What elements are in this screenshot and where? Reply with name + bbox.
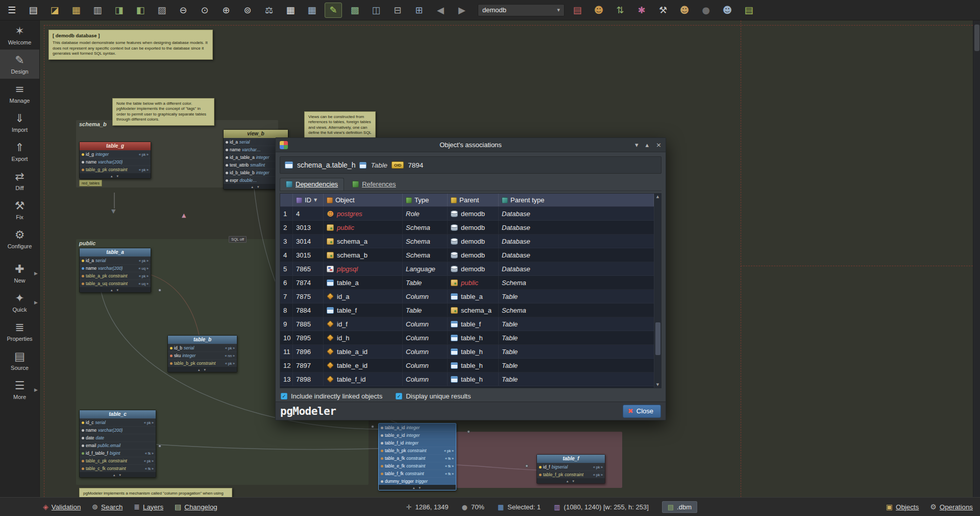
save-model-button[interactable]: ▥ <box>89 3 106 18</box>
model-validation-button[interactable]: ⚖ <box>260 3 278 18</box>
metadata-diff-button[interactable]: ⇅ <box>611 3 629 18</box>
sidebar-item-source[interactable]: ▤ Source ▶ <box>0 346 39 375</box>
changelog-button[interactable]: ▤ Changelog <box>175 503 217 511</box>
note-text: Note the table below with a different co… <box>116 101 206 122</box>
canvas-table[interactable]: table_h table_a_id integer <box>378 423 456 490</box>
canvas-table[interactable]: table_f id_f bigserial « pk » <box>536 454 605 484</box>
sql-file-button[interactable]: ▤ <box>569 3 586 18</box>
grid-column-header[interactable]: Type ▼ <box>403 194 448 206</box>
db-roles-button[interactable]: ☻ <box>590 3 607 18</box>
statusbar-button-label: Changelog <box>184 503 217 511</box>
objects-view-button[interactable]: ▦ <box>282 3 299 18</box>
note-tags[interactable]: Note the table below with a different co… <box>112 98 214 126</box>
grid-column-header[interactable]: ID ▼ <box>293 194 324 206</box>
sidebar-item-export[interactable]: ⇑ Export ▶ <box>0 137 39 166</box>
sidebar-item-fix[interactable]: ⚒ Fix ▶ <box>0 195 39 224</box>
canvas-table-header: table_g <box>80 142 151 150</box>
scrollbar-thumb[interactable] <box>974 25 979 51</box>
column-marker-icon <box>82 467 84 470</box>
tab-references[interactable]: References <box>346 178 402 191</box>
sidebar-item-diff[interactable]: ⇄ Diff ▶ <box>0 166 39 195</box>
sidebar-item-configure[interactable]: ⚙ Configure ▶ <box>0 224 39 253</box>
checkbox[interactable]: ✓ <box>281 393 287 400</box>
nav-forward-button[interactable]: ▶ <box>453 3 471 18</box>
column-header-label: Parent <box>459 196 479 204</box>
sidebar-item-design[interactable]: ✎ Design ▶ <box>0 50 39 79</box>
tab-dependencies[interactable]: Dependencies <box>280 178 344 191</box>
zoom-in-button[interactable]: ⊕ <box>217 3 235 18</box>
canvas-table[interactable]: table_c id_c serial « pk » <box>79 410 156 478</box>
canvas-table-row: name varchar(200) <box>80 158 151 166</box>
export-model-button[interactable]: ◨ <box>110 3 128 18</box>
objects-button[interactable]: ▣ Objects <box>886 503 919 511</box>
break-lines-button[interactable]: ⊟ <box>389 3 406 18</box>
unshade-icon[interactable]: ▴ <box>646 142 649 148</box>
operations-button[interactable]: ⚙ Operations <box>930 503 973 511</box>
relationships-view-button[interactable]: ▦ <box>303 3 321 18</box>
print-model-button[interactable]: ▨ <box>153 3 170 18</box>
new-model-button[interactable]: ▤ <box>24 3 42 18</box>
bug-report-button[interactable]: ● <box>697 3 715 18</box>
import-model-button[interactable]: ◧ <box>132 3 149 18</box>
close-icon[interactable]: × <box>656 142 662 148</box>
grid-vertical-scrollbar[interactable]: ▲ ▼ <box>654 194 661 388</box>
canvas-table-row: table_b_pk constraint « pk » <box>168 359 237 367</box>
scroll-down-icon[interactable]: ▼ <box>654 383 661 387</box>
layers-button[interactable]: ≣ Layers <box>134 503 163 511</box>
load-recent-button[interactable]: ▦ <box>67 3 85 18</box>
file-format-badge[interactable]: ▤ .dbm <box>662 501 697 513</box>
open-model-button[interactable]: ◪ <box>46 3 63 18</box>
scrollbar-thumb[interactable] <box>655 322 660 355</box>
magnifier-button[interactable]: ⊚ <box>239 3 256 18</box>
nav-back-button[interactable]: ◀ <box>432 3 449 18</box>
scroll-up-icon[interactable]: ▲ <box>654 195 661 199</box>
user-profile-button[interactable]: ☻ <box>676 3 693 18</box>
zoom-normal-button[interactable]: ⊙ <box>196 3 213 18</box>
note-propagation[interactable]: pgModeler implements a mechanism called … <box>79 488 232 497</box>
close-button[interactable]: ✖ Close <box>623 405 661 418</box>
grid-column-header[interactable]: Object ▼ <box>324 194 403 206</box>
column-marker-icon <box>82 460 84 462</box>
dialog-titlebar[interactable]: Object's associations ▾ ▴ × <box>276 138 666 152</box>
canvas-vertical-scrollbar[interactable] <box>973 20 980 497</box>
column-tag: « pk » <box>225 346 235 350</box>
canvas-table-header: table_c <box>80 410 156 418</box>
plugins-button[interactable]: ✱ <box>633 3 650 18</box>
sidebar-item-import[interactable]: ⇓ Import ▶ <box>0 108 39 137</box>
column-tag: « pk » <box>139 274 149 278</box>
connection-point <box>371 425 374 428</box>
sidebar-item-welcome[interactable]: ✶ Welcome ▶ <box>0 20 39 50</box>
validation-button[interactable]: ◈ Validation <box>43 503 81 511</box>
sidebar-item-manage[interactable]: ≡ Manage ▶ <box>0 79 39 108</box>
sidebar-item-quick[interactable]: ✦ Quick ▶ <box>0 288 39 317</box>
checkbox[interactable]: ✓ <box>396 393 402 400</box>
grid-column-header[interactable]: Parent ▼ <box>448 194 499 206</box>
sidebar-item-label: Fix <box>16 214 23 220</box>
sort-arrow-icon[interactable]: ▼ <box>314 198 317 202</box>
design-mode-button[interactable]: ✎ <box>325 3 342 18</box>
column-marker-icon <box>170 355 173 357</box>
canvas-table-header: table_a <box>80 248 151 256</box>
canvas-table-row: table_e_id integer <box>379 431 456 439</box>
source-view-button[interactable]: ▩ <box>346 3 363 18</box>
sidebar-item-properties[interactable]: ≣ Properties ▶ <box>0 317 39 346</box>
model-selector[interactable]: demodb ▾ <box>478 4 565 16</box>
grid-column-header[interactable]: Parent type ▼ <box>499 194 654 206</box>
toolbar-icon: ☻ <box>723 6 732 15</box>
sidebar-item-more[interactable]: ☰ More ▶ <box>0 375 39 404</box>
note-database[interactable]: [ demodb database ] This database model … <box>48 30 213 60</box>
main-menu-button[interactable]: ☰ <box>3 3 20 18</box>
zoom-out-button[interactable]: ⊖ <box>175 3 192 18</box>
shade-icon[interactable]: ▾ <box>635 142 639 148</box>
canvas-table[interactable]: table_g id_g integer « pk » <box>79 142 151 179</box>
export-image-button[interactable]: ◫ <box>368 3 385 18</box>
search-button[interactable]: ⊚ Search <box>92 503 122 511</box>
canvas-table[interactable]: table_a id_a serial « pk » <box>79 248 151 293</box>
community-button[interactable]: ☻ <box>719 3 736 18</box>
canvas-table[interactable]: table_b id_b serial « pk » <box>167 335 237 372</box>
fix-model-button[interactable]: ⚒ <box>654 3 672 18</box>
column-tag: « pk » <box>144 421 154 425</box>
sidebar-item-new[interactable]: ✚ New ▶ <box>0 259 39 288</box>
annotations-button[interactable]: ▤ <box>740 3 757 18</box>
layers-panel-button[interactable]: ⊞ <box>410 3 428 18</box>
